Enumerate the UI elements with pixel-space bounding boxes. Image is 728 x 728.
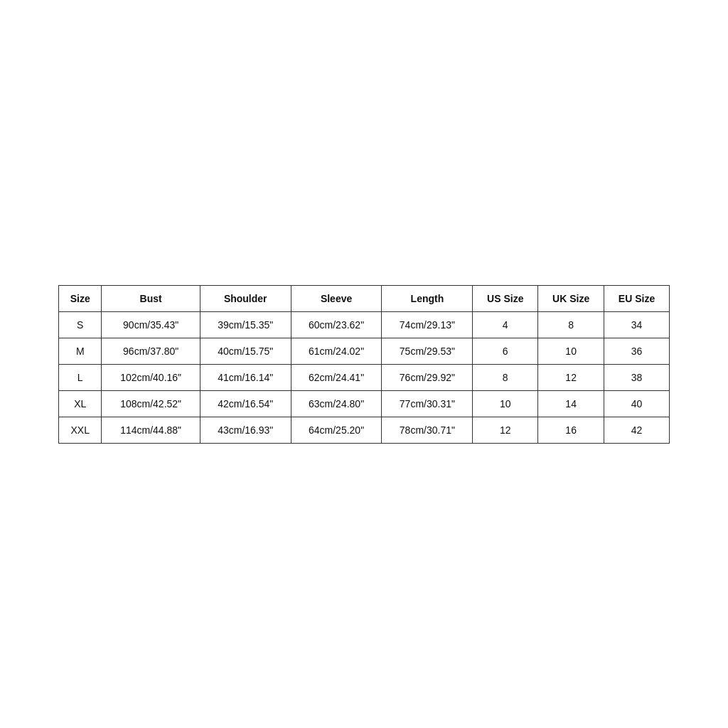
header-us-size: US Size — [473, 285, 538, 311]
cell-size: XXL — [59, 417, 102, 443]
cell-bust: 114cm/44.88" — [102, 417, 200, 443]
cell-shoulder: 43cm/16.93" — [200, 417, 291, 443]
cell-uk-size: 14 — [538, 390, 604, 417]
cell-us-size: 4 — [473, 311, 538, 338]
cell-shoulder: 41cm/16.14" — [200, 364, 291, 390]
cell-sleeve: 61cm/24.02" — [291, 338, 382, 364]
size-chart-container: Size Bust Shoulder Sleeve Length US Size… — [58, 285, 670, 444]
cell-sleeve: 63cm/24.80" — [291, 390, 382, 417]
header-size: Size — [59, 285, 102, 311]
cell-length: 75cm/29.53" — [382, 338, 473, 364]
cell-size: M — [59, 338, 102, 364]
cell-size: XL — [59, 390, 102, 417]
cell-us-size: 10 — [473, 390, 538, 417]
header-eu-size: EU Size — [604, 285, 670, 311]
header-shoulder: Shoulder — [200, 285, 291, 311]
cell-length: 77cm/30.31" — [382, 390, 473, 417]
header-sleeve: Sleeve — [291, 285, 382, 311]
cell-eu-size: 34 — [604, 311, 670, 338]
table-row: M96cm/37.80"40cm/15.75"61cm/24.02"75cm/2… — [59, 338, 670, 364]
cell-bust: 108cm/42.52" — [102, 390, 200, 417]
cell-eu-size: 40 — [604, 390, 670, 417]
cell-sleeve: 62cm/24.41" — [291, 364, 382, 390]
cell-shoulder: 39cm/15.35" — [200, 311, 291, 338]
cell-length: 74cm/29.13" — [382, 311, 473, 338]
header-length: Length — [382, 285, 473, 311]
table-row: XL108cm/42.52"42cm/16.54"63cm/24.80"77cm… — [59, 390, 670, 417]
cell-sleeve: 64cm/25.20" — [291, 417, 382, 443]
cell-length: 78cm/30.71" — [382, 417, 473, 443]
cell-eu-size: 36 — [604, 338, 670, 364]
header-bust: Bust — [102, 285, 200, 311]
table-row: S90cm/35.43"39cm/15.35"60cm/23.62"74cm/2… — [59, 311, 670, 338]
cell-sleeve: 60cm/23.62" — [291, 311, 382, 338]
cell-us-size: 8 — [473, 364, 538, 390]
cell-uk-size: 16 — [538, 417, 604, 443]
table-header-row: Size Bust Shoulder Sleeve Length US Size… — [59, 285, 670, 311]
cell-size: S — [59, 311, 102, 338]
cell-shoulder: 40cm/15.75" — [200, 338, 291, 364]
cell-us-size: 12 — [473, 417, 538, 443]
cell-bust: 102cm/40.16" — [102, 364, 200, 390]
cell-eu-size: 42 — [604, 417, 670, 443]
cell-uk-size: 8 — [538, 311, 604, 338]
table-row: L102cm/40.16"41cm/16.14"62cm/24.41"76cm/… — [59, 364, 670, 390]
cell-us-size: 6 — [473, 338, 538, 364]
table-row: XXL114cm/44.88"43cm/16.93"64cm/25.20"78c… — [59, 417, 670, 443]
cell-bust: 90cm/35.43" — [102, 311, 200, 338]
cell-bust: 96cm/37.80" — [102, 338, 200, 364]
header-uk-size: UK Size — [538, 285, 604, 311]
cell-eu-size: 38 — [604, 364, 670, 390]
size-chart-table: Size Bust Shoulder Sleeve Length US Size… — [58, 285, 670, 444]
cell-shoulder: 42cm/16.54" — [200, 390, 291, 417]
cell-length: 76cm/29.92" — [382, 364, 473, 390]
cell-size: L — [59, 364, 102, 390]
cell-uk-size: 10 — [538, 338, 604, 364]
cell-uk-size: 12 — [538, 364, 604, 390]
